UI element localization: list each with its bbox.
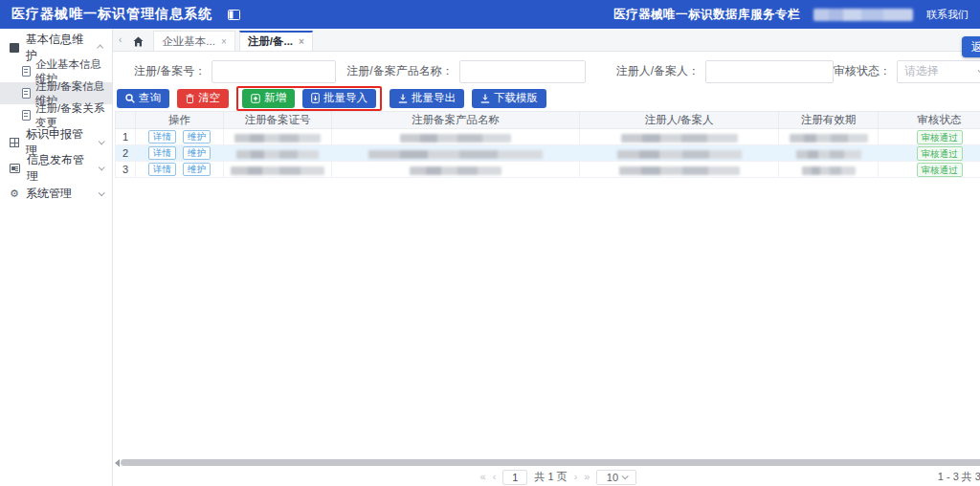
square-icon [10, 43, 19, 53]
filter-registrant: 注册人/备案人： [616, 60, 834, 83]
table-header-row: 操作 注册备案证号 注册备案产品名称 注册人/备案人 注册有效期 审核状态 [116, 112, 980, 129]
table-row: 2 详情 维护 审核通过 [116, 145, 980, 162]
redacted-text [231, 166, 324, 175]
toolbar: 查询 清空 新增 批量导入 批量导出 [113, 86, 980, 110]
detail-button[interactable]: 详情 [148, 146, 176, 160]
audit-status-select[interactable]: 请选择 [897, 60, 980, 83]
redacted-text [400, 134, 511, 143]
tab-bar: ‹ 企业基本... × 注册/备... × › [113, 29, 980, 52]
last-page-icon[interactable]: » [584, 472, 590, 482]
home-icon[interactable] [133, 36, 144, 47]
page-number-input[interactable] [502, 470, 527, 485]
pagination-bar: « ‹ 共 1 页 › » 10 1 - 3 共 3 条 [113, 468, 980, 486]
col-registrant: 注册人/备案人 [580, 112, 779, 129]
plus-icon [251, 94, 260, 103]
audit-status-value: 请选择 [904, 63, 939, 79]
row-number: 1 [116, 129, 136, 145]
product-name-label: 注册/备案产品名称： [346, 63, 453, 79]
operation-cell: 详情 维护 [136, 129, 224, 145]
registrant-cell [580, 162, 779, 178]
clear-button[interactable]: 清空 [177, 89, 229, 108]
scrollbar-thumb[interactable] [121, 459, 980, 466]
main-content: ‹ 企业基本... × 注册/备... × › 返回 注册/备案号： 注册/备 [113, 29, 980, 486]
redacted-text [410, 166, 501, 175]
chevron-down-icon [99, 164, 105, 170]
sidebar-group-info-publish[interactable]: 信息发布管理 [0, 155, 112, 181]
cert-no-label: 注册/备案号： [134, 63, 206, 79]
sidebar-group-label: 系统管理 [26, 186, 72, 202]
batch-import-button[interactable]: 批量导入 [302, 89, 376, 108]
detail-button[interactable]: 详情 [148, 130, 176, 144]
validity-cell [779, 129, 879, 145]
first-page-icon[interactable]: « [480, 472, 486, 482]
sidebar-group-label: 信息发布管理 [27, 152, 92, 185]
chevron-up-icon [97, 45, 103, 52]
registrant-input[interactable] [705, 60, 834, 83]
col-row-number [116, 112, 136, 129]
horizontal-scrollbar [115, 458, 980, 467]
registrant-cell [580, 145, 779, 162]
batch-export-button[interactable]: 批量导出 [390, 89, 464, 108]
trash-icon [186, 94, 194, 103]
total-pages-text: 共 1 页 [534, 470, 567, 484]
col-validity: 注册有效期 [779, 112, 879, 129]
status-badge: 审核通过 [917, 163, 963, 177]
tab-label: 注册/备... [248, 34, 293, 49]
redacted-text [790, 134, 868, 143]
status-badge: 审核通过 [917, 130, 963, 144]
back-button[interactable]: 返回 [962, 36, 980, 57]
content-spacer [113, 178, 980, 458]
query-button[interactable]: 查询 [117, 89, 169, 108]
contact-us-link[interactable]: 联系我们 [926, 8, 969, 22]
col-product-name: 注册备案产品名称 [332, 112, 580, 129]
layout-toggle-icon[interactable] [228, 10, 240, 20]
registrant-label: 注册人/备案人： [616, 63, 700, 79]
next-page-icon[interactable]: › [574, 472, 578, 482]
page-size-select[interactable]: 10 [596, 470, 636, 485]
close-icon[interactable]: × [299, 36, 304, 47]
status-badge: 审核通过 [917, 146, 963, 161]
document-icon [22, 88, 31, 99]
query-button-label: 查询 [139, 91, 161, 105]
prev-page-icon[interactable]: ‹ [493, 472, 497, 482]
chevron-down-icon [99, 138, 105, 144]
validity-cell [779, 145, 879, 162]
maintain-button[interactable]: 维护 [183, 163, 211, 176]
table-row: 3 详情 维护 审核通过 [116, 162, 980, 178]
col-operation: 操作 [136, 112, 224, 129]
cert-no-cell [224, 145, 332, 162]
document-icon [22, 66, 31, 77]
status-cell: 审核通过 [879, 162, 980, 178]
portal-title[interactable]: 医疗器械唯一标识数据库服务专栏 [613, 7, 800, 23]
table-row: 1 详情 维护 审核通过 [116, 129, 980, 145]
tab-scroll-left-icon[interactable]: ‹ [119, 34, 122, 45]
chevron-down-icon [99, 189, 105, 196]
product-name-input[interactable] [459, 60, 586, 83]
clear-button-label: 清空 [198, 91, 220, 105]
product-name-cell [332, 129, 580, 145]
annotation-highlight-box: 新增 批量导入 [236, 86, 382, 111]
sidebar-group-system-manage[interactable]: ⚙ 系统管理 [0, 181, 112, 207]
tab-label: 企业基本... [162, 34, 215, 49]
tab-enterprise-basic[interactable]: 企业基本... × [153, 31, 234, 51]
tab-registration-filing[interactable]: 注册/备... × [239, 31, 313, 51]
maintain-button[interactable]: 维护 [183, 146, 211, 160]
scroll-left-arrow-icon[interactable] [115, 459, 120, 467]
cert-no-cell [224, 162, 332, 178]
add-button[interactable]: 新增 [242, 89, 295, 108]
download-template-button[interactable]: 下载模版 [472, 89, 546, 108]
detail-button[interactable]: 详情 [148, 163, 176, 176]
app-title: 医疗器械唯一标识管理信息系统 [11, 6, 212, 23]
product-name-cell [332, 162, 580, 178]
redacted-text [236, 150, 319, 159]
maintain-button[interactable]: 维护 [183, 130, 211, 144]
cert-no-input[interactable] [212, 60, 336, 83]
sidebar: 基本信息维护 企业基本信息维护 注册/备案信息维护 注册/备案关系变更 标识申报… [0, 29, 113, 486]
sidebar-item-registration-change[interactable]: 注册/备案关系变更 [0, 104, 112, 126]
close-icon[interactable]: × [221, 36, 227, 47]
search-icon [125, 94, 135, 103]
audit-status-label: 审核状态： [834, 63, 891, 79]
filter-product-name: 注册/备案产品名称： [346, 60, 585, 83]
add-button-label: 新增 [264, 91, 286, 105]
operation-cell: 详情 维护 [136, 145, 224, 162]
